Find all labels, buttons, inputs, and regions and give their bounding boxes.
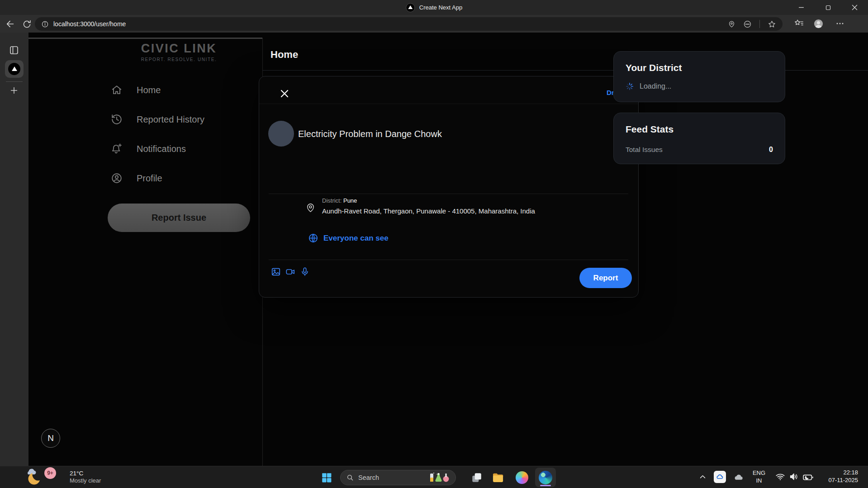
battery-saver-icon[interactable] bbox=[802, 472, 814, 483]
nextjs-tab-icon bbox=[8, 63, 20, 75]
favorite-star-icon[interactable] bbox=[768, 20, 776, 28]
logo-tagline: REPORT. RESOLVE. UNITE. bbox=[108, 57, 250, 62]
address-bar[interactable]: localhost:3000/user/home bbox=[35, 17, 783, 31]
sidebar-item-profile[interactable]: Profile bbox=[111, 169, 204, 187]
url-text[interactable]: localhost:3000/user/home bbox=[53, 20, 728, 28]
active-app-indicator bbox=[540, 485, 551, 486]
divider bbox=[269, 260, 628, 260]
total-issues-row: Total Issues 0 bbox=[626, 146, 773, 154]
browser-vertical-tabs-rail bbox=[0, 33, 28, 466]
settings-more-icon[interactable] bbox=[836, 21, 844, 26]
maximize-button[interactable] bbox=[815, 0, 841, 15]
civic-link-page: CIVIC LINK REPORT. RESOLVE. UNITE. Home … bbox=[28, 33, 868, 466]
edge-logo-icon bbox=[539, 471, 552, 484]
sidebar-item-label: Reported History bbox=[137, 114, 204, 125]
visibility-label: Everyone can see bbox=[323, 234, 389, 243]
sidebar-item-home[interactable]: Home bbox=[111, 81, 204, 99]
search-placeholder: Search bbox=[358, 474, 423, 481]
modal-header-divider bbox=[259, 104, 638, 104]
new-tab-icon[interactable] bbox=[9, 85, 19, 95]
total-issues-value: 0 bbox=[769, 146, 773, 154]
extension-more-icon[interactable] bbox=[743, 20, 752, 28]
search-icon bbox=[346, 474, 354, 481]
favorites-hub-icon[interactable] bbox=[794, 19, 804, 28]
nextjs-favicon-icon bbox=[406, 3, 415, 12]
spinner-icon bbox=[626, 82, 634, 90]
close-icon[interactable] bbox=[279, 88, 290, 99]
weather-alert-badge: 9+ bbox=[44, 467, 56, 479]
edge-browser-icon[interactable] bbox=[535, 468, 556, 487]
page-top-border bbox=[28, 38, 262, 39]
language-top: ENG bbox=[749, 469, 769, 477]
add-audio-icon[interactable] bbox=[300, 267, 310, 277]
app-logo: CIVIC LINK REPORT. RESOLVE. UNITE. bbox=[108, 42, 250, 62]
report-submit-button[interactable]: Report bbox=[579, 268, 632, 288]
profile-avatar[interactable] bbox=[813, 19, 824, 29]
task-view-icon[interactable] bbox=[470, 470, 484, 485]
weather-condition: Mostly clear bbox=[70, 477, 101, 484]
location-lines: District: Pune Aundh-Ravet Road, Thergao… bbox=[322, 197, 535, 215]
profile-icon bbox=[111, 172, 123, 184]
feed-stats-title: Feed Stats bbox=[626, 124, 773, 135]
language-indicator[interactable]: ENG IN bbox=[749, 469, 769, 484]
clock[interactable]: 22:18 07-11-2025 bbox=[828, 469, 858, 484]
sidebar-item-label: Profile bbox=[137, 173, 162, 184]
site-info-icon[interactable] bbox=[41, 20, 49, 28]
address-text: Aundh-Ravet Road, Thergaon, Punawale - 4… bbox=[322, 207, 535, 215]
nextjs-dev-badge[interactable]: N bbox=[41, 429, 60, 448]
bell-plus-icon bbox=[111, 143, 123, 155]
visibility-selector[interactable]: Everyone can see bbox=[308, 233, 389, 243]
window-controls bbox=[788, 0, 868, 15]
browser-toolbar: localhost:3000/user/home bbox=[0, 15, 868, 33]
district-loading: Loading... bbox=[626, 82, 773, 90]
start-button[interactable] bbox=[319, 470, 334, 485]
onedrive-icon[interactable] bbox=[714, 471, 726, 483]
volume-icon[interactable] bbox=[789, 472, 799, 482]
divider bbox=[269, 194, 628, 194]
refresh-button[interactable] bbox=[21, 18, 33, 30]
file-explorer-icon[interactable] bbox=[491, 470, 505, 485]
feed-stats-card: Feed Stats Total Issues 0 bbox=[613, 113, 785, 164]
date: 07-11-2025 bbox=[828, 476, 858, 484]
sidebar-nav: Home Reported History Notifications Prof… bbox=[111, 81, 204, 199]
issue-title-input[interactable]: Electricity Problem in Dange Chowk bbox=[298, 129, 442, 139]
language-bottom: IN bbox=[749, 477, 769, 484]
search-promo-flasks-icon bbox=[428, 472, 450, 483]
active-tab-tile[interactable] bbox=[5, 60, 24, 78]
district-line: District: Pune bbox=[322, 197, 535, 204]
add-image-icon[interactable] bbox=[271, 267, 281, 277]
cloud-weather-icon[interactable] bbox=[733, 472, 744, 483]
close-button[interactable] bbox=[841, 0, 868, 15]
district-card-title: Your District bbox=[626, 62, 773, 73]
add-video-icon[interactable] bbox=[285, 267, 295, 277]
location-permission-icon[interactable] bbox=[728, 20, 735, 28]
wifi-icon[interactable] bbox=[775, 472, 785, 482]
your-district-card: Your District Loading... bbox=[613, 51, 785, 102]
tab-actions-icon[interactable] bbox=[9, 45, 19, 56]
weather-text: 21°C Mostly clear bbox=[70, 470, 101, 484]
copilot-taskbar-icon[interactable] bbox=[515, 470, 529, 485]
windows-taskbar: 9+ 21°C Mostly clear Search bbox=[0, 466, 868, 488]
total-issues-label: Total Issues bbox=[626, 146, 663, 154]
weather-widget[interactable]: 9+ 21°C Mostly clear bbox=[24, 468, 101, 487]
district-value: Pune bbox=[343, 197, 357, 204]
location-pin-icon bbox=[305, 200, 316, 215]
sidebar-item-label: Notifications bbox=[137, 144, 186, 154]
divider bbox=[759, 20, 760, 28]
location-section: District: Pune Aundh-Ravet Road, Thergao… bbox=[305, 197, 535, 215]
media-actions bbox=[271, 267, 310, 277]
minimize-button[interactable] bbox=[788, 0, 815, 15]
district-label: District: bbox=[322, 197, 342, 204]
loading-text: Loading... bbox=[640, 82, 671, 90]
taskbar-search[interactable]: Search bbox=[340, 470, 456, 485]
tab-title: Create Next App bbox=[419, 4, 462, 11]
tray-chevron-icon[interactable] bbox=[699, 473, 707, 481]
report-issue-button[interactable]: Report Issue bbox=[108, 204, 250, 232]
sidebar-item-reported-history[interactable]: Reported History bbox=[111, 110, 204, 128]
sidebar-item-notifications[interactable]: Notifications bbox=[111, 140, 204, 158]
home-icon bbox=[111, 84, 123, 96]
back-button[interactable] bbox=[5, 18, 16, 30]
sidebar-item-label: Home bbox=[137, 85, 161, 95]
browser-tab[interactable]: Create Next App bbox=[406, 0, 462, 15]
logo-text: CIVIC LINK bbox=[108, 42, 250, 56]
